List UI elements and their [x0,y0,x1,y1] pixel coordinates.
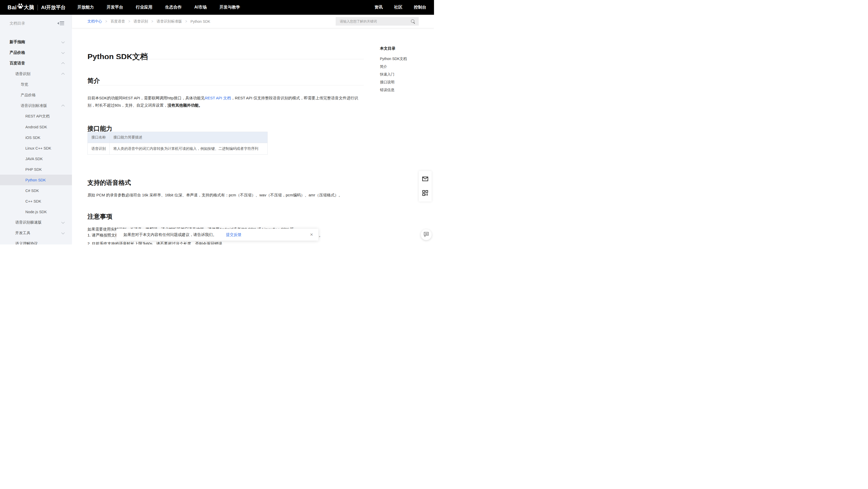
toc-item-error-info[interactable]: 错误信息 [380,88,394,92]
toc-item-python-sdk-doc[interactable]: Python SDK文档 [380,57,407,61]
sidebar-item-beginner-guide[interactable]: 新手指南 [0,37,72,47]
intro-paragraph: 目前本SDK的功能同REST API，需要联网调用http接口，具体功能见RES… [88,94,364,109]
sidebar-item-product-pricing[interactable]: 产品价格 [0,47,72,58]
breadcrumb-asr-standard[interactable]: 语音识别标准版 [157,19,182,24]
sidebar-item-cpp-sdk[interactable]: C++ SDK [0,196,72,206]
sidebar-tree: 新手指南 产品价格 百度语音 语音识别 导览 产品价格 语音识别标准版 REST… [0,37,72,244]
breadcrumb-doc-center[interactable]: 文档中心 [88,19,102,24]
sidebar-item-baidu-speech[interactable]: 百度语音 [0,58,72,69]
chat-feedback-button[interactable] [421,229,432,240]
nav-item-dev-platform[interactable]: 开发平台 [106,5,123,10]
nav-item-console[interactable]: 控制台 [414,5,426,10]
toc-item-intro[interactable]: 简介 [380,64,387,69]
table-cell-api-name: 语音识别 [88,143,110,155]
toc-title: 本文目录 [380,46,432,51]
table-row: 语音识别 将人类的语音中的词汇内容转换为计算机可读的输入，例如按键、二进制编码或… [88,143,268,155]
contact-float-panel [419,171,432,201]
section-heading-intro: 简介 [88,76,100,85]
breadcrumb-separator: > [128,19,130,24]
sidebar-item-java-sdk[interactable]: JAVA SDK [0,154,72,164]
qrcode-button[interactable] [419,187,432,200]
sidebar-item-rest-api-doc[interactable]: REST API文档 [0,111,72,122]
section-heading-notes: 注意事项 [88,213,112,221]
doc-sidebar: 文档目录 新手指南 产品价格 百度语音 语音识别 导览 产品价格 语音 [0,15,72,244]
logo-text-brand: 大脑 [24,4,34,11]
sidebar-item-semantic-protocol[interactable]: 语义理解协议 [0,238,72,244]
search-bar[interactable] [336,17,419,26]
table-cell-api-desc: 将人类的语音中的词汇内容转换为计算机可读的输入，例如按键、二进制编码或者字符序列 [110,143,268,155]
sidebar-item-linux-cpp-sdk[interactable]: Linux C++ SDK [0,143,72,154]
primary-nav: 开放能力 开发平台 行业应用 生态合作 AI市场 开发与教学 [78,5,253,10]
nav-item-industry-apps[interactable]: 行业应用 [136,5,152,10]
sidebar-item-android-sdk[interactable]: Android SDK [0,122,72,132]
logo-text-bai: Bai [7,4,17,11]
sidebar-title: 文档目录 [9,21,25,26]
mail-icon [422,176,429,184]
table-header-api-desc: 接口能力简要描述 [110,132,268,143]
baidu-brain-logo[interactable]: Bai 大脑 AI开放平台 [7,3,66,12]
sidebar-item-speech-recognition[interactable]: 语音识别 [0,69,72,79]
nav-item-news[interactable]: 资讯 [374,5,383,10]
formats-paragraph: 原始 PCM 的录音参数必须符合 16k 采样率、16bit 位深、单声道，支持… [88,192,364,199]
table-header-row: 接口名称 接口能力简要描述 [88,132,268,143]
submit-feedback-link[interactable]: 提交反馈 [226,232,242,237]
feedback-dialog: 如果您对于本文内容有任何问题或建议，请告诉我们。 提交反馈 ✕ [116,229,318,240]
intro-text-bold: 没有其他额外功能。 [167,103,203,107]
rest-api-doc-link[interactable]: REST API 文档 [205,96,231,100]
breadcrumb-speech-recognition[interactable]: 语音识别 [133,19,148,24]
qr-code-icon [422,190,429,197]
sidebar-item-pricing[interactable]: 产品价格 [0,90,72,100]
nav-item-dev-teaching[interactable]: 开发与教学 [219,5,240,10]
logo-divider [37,5,38,10]
nav-item-community[interactable]: 社区 [394,5,402,10]
sidebar-item-dev-tools[interactable]: 开发工具 [0,228,72,238]
sidebar-item-python-sdk[interactable]: Python SDK [0,175,72,185]
page-title: Python SDK文档 [88,52,148,62]
note-1-suffix: 。 [319,233,323,238]
section-heading-formats: 支持的语音格式 [88,178,131,187]
breadcrumb-current-python-sdk: Python SDK [190,20,210,24]
chat-bubble-icon [424,231,429,238]
breadcrumb-baidu-speech[interactable]: 百度语音 [111,19,125,24]
title-divider [88,59,364,59]
sidebar-item-overview[interactable]: 导览 [0,79,72,90]
top-navbar: Bai 大脑 AI开放平台 开放能力 开发平台 行业应用 生态合作 AI市场 开… [0,0,434,15]
nav-item-eco-cooperation[interactable]: 生态合作 [165,5,182,10]
sidebar-header: 文档目录 [0,21,72,27]
main-area: 文档中心 > 百度语音 > 语音识别 > 语音识别标准版 > Python SD… [72,15,434,244]
mail-contact-button[interactable] [419,173,432,186]
chevron-down-icon [61,220,65,224]
intro-text-1: 目前本SDK的功能同REST API，需要联网调用http接口，具体功能见 [88,96,205,100]
toc-item-quickstart[interactable]: 快速入门 [380,72,394,77]
chevron-up-icon [61,104,65,108]
intro-divider [88,85,364,86]
table-header-api-name: 接口名称 [88,132,110,143]
search-icon[interactable] [410,19,415,24]
sidebar-item-asr-express[interactable]: 语音识别极速版 [0,217,72,228]
note-1-prefix: 1. 请严格按照文档 [88,233,119,237]
sidebar-collapse-icon[interactable] [57,22,64,25]
breadcrumb-separator: > [185,19,187,24]
sidebar-item-ios-sdk[interactable]: iOS SDK [0,132,72,143]
chevron-down-icon [61,51,65,54]
chevron-up-icon [61,73,65,76]
close-icon[interactable]: ✕ [310,232,313,237]
logo-text-platform: AI开放平台 [41,4,66,11]
feedback-message: 如果您对于本文内容有任何问题或建议，请告诉我们。 [123,232,217,237]
sidebar-item-asr-standard[interactable]: 语音识别标准版 [0,100,72,111]
note-list-item-2: 2. 目前系统支持的语音时长上限为60s，请不要超过这个长度，否则会返回错误 [88,241,393,244]
doc-topbar: 文档中心 > 百度语音 > 语音识别 > 语音识别标准版 > Python SD… [72,15,434,28]
chevron-down-icon [61,231,65,234]
breadcrumb: 文档中心 > 百度语音 > 语音识别 > 语音识别标准版 > Python SD… [88,15,210,28]
search-input[interactable] [339,19,410,24]
nav-item-open-capabilities[interactable]: 开放能力 [78,5,94,10]
nav-item-ai-market[interactable]: AI市场 [194,5,207,10]
sidebar-item-php-sdk[interactable]: PHP SDK [0,164,72,175]
breadcrumb-separator: > [151,19,153,24]
secondary-nav: 资讯 社区 控制台 [363,0,426,15]
toc-item-api-description[interactable]: 接口说明 [380,80,394,85]
sidebar-item-nodejs-sdk[interactable]: Node.js SDK [0,206,72,217]
chevron-up-icon [61,62,65,65]
sidebar-item-csharp-sdk[interactable]: C# SDK [0,185,72,196]
capability-table: 接口名称 接口能力简要描述 语音识别 将人类的语音中的词汇内容转换为计算机可读的… [88,132,268,155]
